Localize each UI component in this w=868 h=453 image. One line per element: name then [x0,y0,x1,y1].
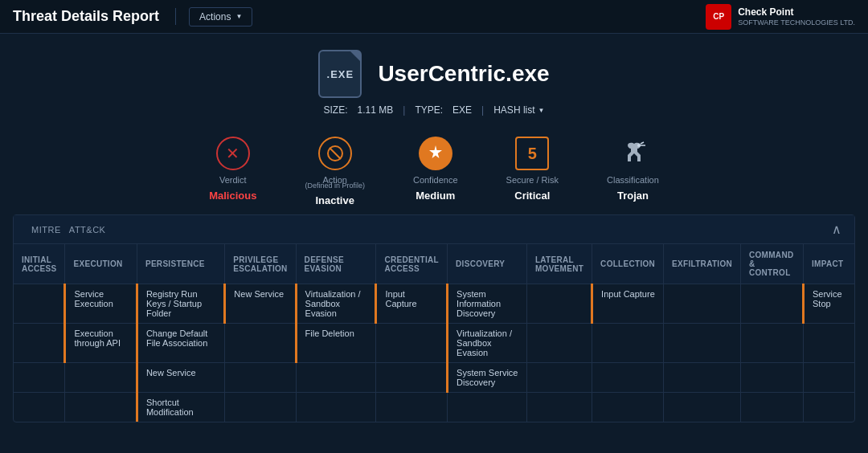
col-execution: EXECUTION [65,244,137,284]
secure-icon: 5 [515,137,549,170]
hash-button[interactable]: HASH list [493,104,544,116]
cell-3-1 [65,393,137,422]
mitre-title-block: MITRE ATT&CK [27,223,105,235]
secure-value: Critical [514,190,550,202]
cell-0-2: Registry Run Keys / Startup Folder [137,284,224,324]
logo-subtext: SOFTWARE TECHNOLOGIES LTD. [738,18,855,27]
col-exfiltration: EXFILTRATION [664,244,741,284]
cell-1-11 [804,324,855,363]
table-header-row: INITIALACCESS EXECUTION PERSISTENCE PRIV… [14,244,854,284]
cell-1-8 [592,324,664,363]
table-row: Service Execution Registry Run Keys / St… [14,284,854,324]
collapse-button[interactable]: ∧ [832,222,841,237]
cell-2-1 [65,363,137,393]
col-credential: CREDENTIALACCESS [376,244,448,284]
cell-0-6: System Information Discovery [448,284,527,324]
col-lateral: LATERALMOVEMENT [526,244,592,284]
cell-0-4: Virtualization / Sandbox Evasion [296,284,376,324]
cell-0-7 [526,284,592,324]
cell-0-11: Service Stop [804,284,855,324]
mitre-header: MITRE ATT&CK ∧ [14,215,854,244]
sep2: | [481,104,484,116]
cell-0-9 [664,284,741,324]
cell-0-5: Input Capture [376,284,448,324]
header-left: Threat Details Report Actions [13,7,252,27]
cell-2-7 [526,363,592,393]
verdict-item-action: Action (Defined in Profile) Inactive [305,137,365,206]
action-icon [318,137,352,170]
col-initial-access: INITIALACCESS [14,244,65,284]
file-meta: SIZE: 1.11 MB | TYPE: EXE | HASH list [324,104,545,116]
classification-label: Classification [607,175,659,185]
cell-2-10 [741,363,804,393]
cell-3-0 [14,393,65,422]
mitre-title: MITRE ATT&CK [27,223,105,235]
cell-1-1: Execution through API [65,324,137,363]
cell-2-11 [804,363,855,393]
cell-1-3 [225,324,296,363]
file-section: .EXE UserCentric.exe SIZE: 1.11 MB | TYP… [0,34,868,124]
malicious-icon: ✕ [216,137,250,170]
cell-3-9 [664,393,741,422]
secure-label: Secure / Risk [506,175,559,185]
verdict-item-confidence: Confidence Medium [413,137,458,206]
col-defense: DEFENSEEVASION [296,244,376,284]
col-privilege: PRIVILEGEESCALATION [225,244,296,284]
cell-2-3 [225,363,296,393]
col-collection: COLLECTION [592,244,664,284]
mitre-section: MITRE ATT&CK ∧ INITIALACCESS EXECUTION P… [13,214,855,422]
sep1: | [403,104,405,116]
mitre-table-container[interactable]: INITIALACCESS EXECUTION PERSISTENCE PRIV… [14,244,854,422]
cell-3-7 [526,393,592,422]
cell-3-5 [376,393,448,422]
table-row: Shortcut Modification [14,393,854,422]
col-command: COMMAND &CONTROL [741,244,804,284]
verdict-item-classification: Classification Trojan [607,137,659,206]
type-value: EXE [452,104,472,116]
cell-0-3: New Service [225,284,296,324]
cell-1-2: Change Default File Association [137,324,224,363]
table-row: Execution through API Change Default Fil… [14,324,854,363]
cell-2-5 [376,363,448,393]
cell-3-10 [741,393,804,422]
exe-label: .EXE [327,68,354,80]
svg-line-1 [330,148,341,159]
cell-0-1: Service Execution [65,284,137,324]
file-header: .EXE UserCentric.exe [318,50,549,98]
type-label: TYPE: [415,104,443,116]
file-name: UserCentric.exe [378,61,549,87]
col-discovery: DISCOVERY [448,244,527,284]
cell-1-4: File Deletion [296,324,376,363]
cell-3-2: Shortcut Modification [137,393,224,422]
header: Threat Details Report Actions CP Check P… [0,0,868,34]
cell-0-10 [741,284,804,324]
cell-2-6: System Service Discovery [448,363,527,393]
action-sublabel: (Defined in Profile) [305,182,365,190]
svg-point-2 [637,144,641,147]
cell-0-0 [14,284,65,324]
verdict-value: Malicious [209,190,256,202]
actions-button[interactable]: Actions [189,7,252,27]
cell-3-8 [592,393,664,422]
cell-1-0 [14,324,65,363]
col-impact: IMPACT [804,244,855,284]
cell-2-0 [14,363,65,393]
table-row: New Service System Service Discovery [14,363,854,393]
confidence-label: Confidence [413,175,458,185]
logo-text-block: Check Point SOFTWARE TECHNOLOGIES LTD. [738,6,855,27]
file-icon: .EXE [318,50,362,98]
cell-2-9 [664,363,741,393]
verdict-row: ✕ Verdict Malicious Action (Defined in P… [0,124,868,214]
cell-1-5 [376,324,448,363]
logo-name: Check Point [738,6,855,19]
action-value: Inactive [315,194,354,206]
cell-1-10 [741,324,804,363]
cell-0-8: Input Capture [592,284,664,324]
cell-3-11 [804,393,855,422]
action-label-row: Action (Defined in Profile) [305,175,365,190]
cell-3-6 [448,393,527,422]
page-title: Threat Details Report [13,8,176,25]
svg-line-3 [641,142,644,144]
size-label: SIZE: [324,104,348,116]
cell-2-4 [296,363,376,393]
